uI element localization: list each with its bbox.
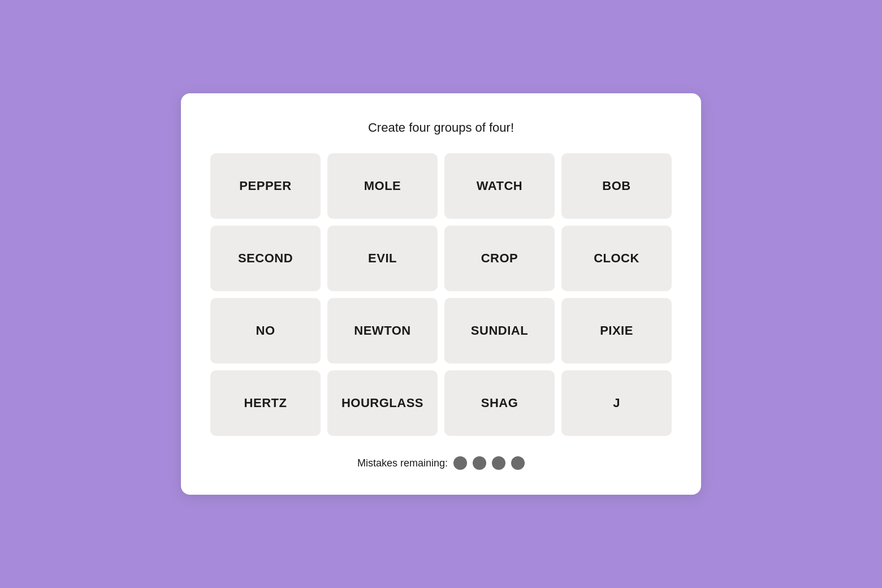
game-container: Create four groups of four! PEPPERMOLEWA… xyxy=(181,93,701,495)
mistakes-row: Mistakes remaining: xyxy=(210,456,672,470)
word-tile-label-hourglass: HOURGLASS xyxy=(341,396,423,410)
word-tile-bob[interactable]: BOB xyxy=(561,153,672,219)
mistake-dot-1 xyxy=(453,456,467,470)
mistake-dot-3 xyxy=(492,456,505,470)
word-tile-watch[interactable]: WATCH xyxy=(444,153,555,219)
word-tile-label-sundial: SUNDIAL xyxy=(471,323,528,338)
word-tile-label-second: SECOND xyxy=(238,251,293,266)
word-tile-label-mole: MOLE xyxy=(364,179,401,193)
word-tile-pepper[interactable]: PEPPER xyxy=(210,153,321,219)
word-tile-label-watch: WATCH xyxy=(477,179,523,193)
word-tile-crop[interactable]: CROP xyxy=(444,226,555,291)
word-tile-hertz[interactable]: HERTZ xyxy=(210,370,321,436)
word-grid: PEPPERMOLEWATCHBOBSECONDEVILCROPCLOCKNON… xyxy=(210,153,672,436)
word-tile-label-j: J xyxy=(613,396,620,410)
word-tile-pixie[interactable]: PIXIE xyxy=(561,298,672,364)
word-tile-newton[interactable]: NEWTON xyxy=(327,298,438,364)
mistake-dot-4 xyxy=(511,456,525,470)
word-tile-label-hertz: HERTZ xyxy=(244,396,287,410)
word-tile-second[interactable]: SECOND xyxy=(210,226,321,291)
word-tile-label-clock: CLOCK xyxy=(594,251,639,266)
word-tile-shag[interactable]: SHAG xyxy=(444,370,555,436)
word-tile-sundial[interactable]: SUNDIAL xyxy=(444,298,555,364)
game-title: Create four groups of four! xyxy=(210,120,672,135)
mistakes-dots xyxy=(453,456,525,470)
mistakes-label: Mistakes remaining: xyxy=(357,457,448,469)
word-tile-clock[interactable]: CLOCK xyxy=(561,226,672,291)
word-tile-label-shag: SHAG xyxy=(481,396,518,410)
word-tile-mole[interactable]: MOLE xyxy=(327,153,438,219)
mistake-dot-2 xyxy=(473,456,486,470)
word-tile-hourglass[interactable]: HOURGLASS xyxy=(327,370,438,436)
word-tile-label-crop: CROP xyxy=(481,251,518,266)
word-tile-label-evil: EVIL xyxy=(368,251,397,266)
word-tile-label-bob: BOB xyxy=(602,179,630,193)
word-tile-label-no: NO xyxy=(256,323,275,338)
word-tile-label-pixie: PIXIE xyxy=(600,323,633,338)
word-tile-label-newton: NEWTON xyxy=(354,323,410,338)
word-tile-j[interactable]: J xyxy=(561,370,672,436)
word-tile-no[interactable]: NO xyxy=(210,298,321,364)
word-tile-evil[interactable]: EVIL xyxy=(327,226,438,291)
word-tile-label-pepper: PEPPER xyxy=(239,179,291,193)
